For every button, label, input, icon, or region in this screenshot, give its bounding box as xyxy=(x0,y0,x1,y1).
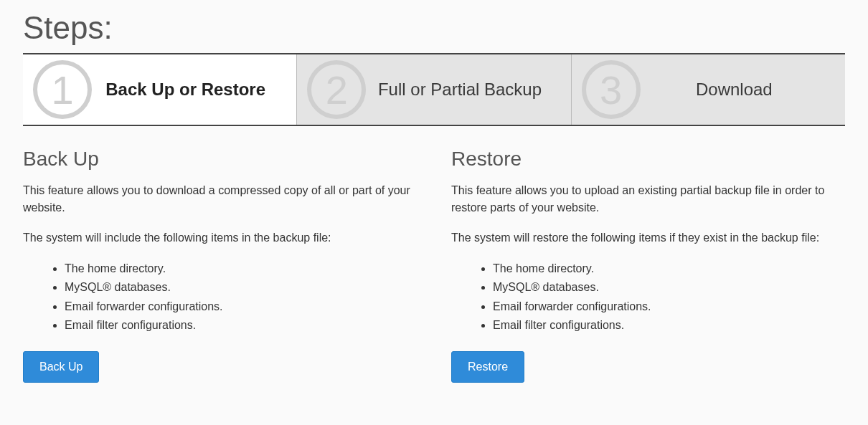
backup-items-list: The home directory. MySQL® databases. Em… xyxy=(65,259,417,335)
steps-tabs: 1 Back Up or Restore 2 Full or Partial B… xyxy=(23,53,845,126)
list-item: Email filter configurations. xyxy=(65,316,417,335)
step-tab-full-or-partial[interactable]: 2 Full or Partial Backup xyxy=(296,54,570,125)
page-title: Steps: xyxy=(23,10,845,46)
restore-desc-1: This feature allows you to upload an exi… xyxy=(451,182,845,216)
list-item: The home directory. xyxy=(65,259,417,278)
list-item: Email filter configurations. xyxy=(493,316,845,335)
backup-button[interactable]: Back Up xyxy=(23,351,99,383)
list-item: MySQL® databases. xyxy=(493,278,845,297)
restore-heading: Restore xyxy=(451,148,845,171)
list-item: Email forwarder configurations. xyxy=(493,297,845,316)
list-item: Email forwarder configurations. xyxy=(65,297,417,316)
content-columns: Back Up This feature allows you to downl… xyxy=(23,148,845,383)
list-item: MySQL® databases. xyxy=(65,278,417,297)
step-tab-backup-or-restore[interactable]: 1 Back Up or Restore xyxy=(23,54,296,125)
step-label: Full or Partial Backup xyxy=(378,80,542,100)
restore-button[interactable]: Restore xyxy=(451,351,524,383)
backup-desc-2: The system will include the following it… xyxy=(23,229,417,247)
backup-desc-1: This feature allows you to download a co… xyxy=(23,182,417,216)
restore-desc-2: The system will restore the following it… xyxy=(451,229,845,247)
step-number-3-icon: 3 xyxy=(582,60,641,119)
backup-column: Back Up This feature allows you to downl… xyxy=(23,148,417,383)
backup-heading: Back Up xyxy=(23,148,417,171)
step-number-1-icon: 1 xyxy=(33,60,92,119)
step-tab-download[interactable]: 3 Download xyxy=(571,54,845,125)
step-label: Download xyxy=(696,80,773,100)
restore-column: Restore This feature allows you to uploa… xyxy=(451,148,845,383)
step-number-2-icon: 2 xyxy=(307,60,366,119)
list-item: The home directory. xyxy=(493,259,845,278)
step-label: Back Up or Restore xyxy=(105,80,265,100)
restore-items-list: The home directory. MySQL® databases. Em… xyxy=(493,259,845,335)
